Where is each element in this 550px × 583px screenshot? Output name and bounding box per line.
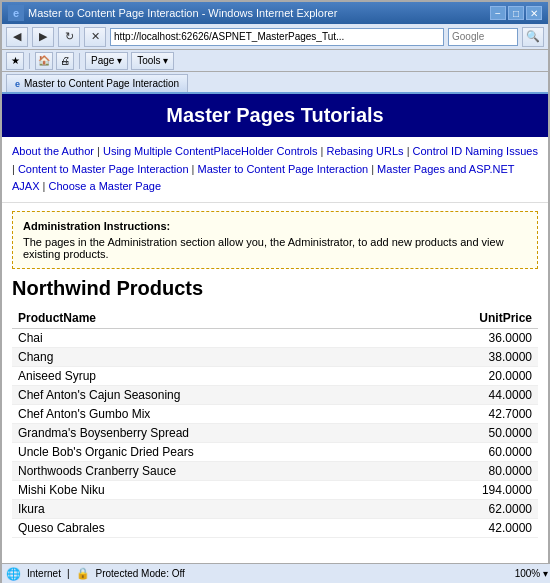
products-table: ProductName UnitPrice Chai36.0000Chang38… [12, 308, 538, 538]
product-price-cell: 60.0000 [403, 442, 538, 461]
product-name-cell: Chai [12, 328, 403, 347]
address-input[interactable] [110, 28, 444, 46]
nav-link-controlid[interactable]: Control ID Naming Issues [413, 145, 538, 157]
admin-instructions-box: Administration Instructions: The pages i… [12, 211, 538, 269]
product-name-cell: Chef Anton's Gumbo Mix [12, 404, 403, 423]
maximize-button[interactable]: □ [508, 6, 524, 20]
product-price-cell: 42.7000 [403, 404, 538, 423]
product-price-cell: 50.0000 [403, 423, 538, 442]
home-icon[interactable]: 🏠 [35, 52, 53, 70]
address-bar: ◀ ▶ ↻ ✕ 🔍 [2, 24, 548, 50]
lock-icon: 🔒 [76, 567, 90, 580]
product-price-cell: 36.0000 [403, 328, 538, 347]
nav-link-master-to-content[interactable]: Master to Content Page Interaction [198, 163, 369, 175]
product-name-cell: Queso Cabrales [12, 518, 403, 537]
print-icon[interactable]: 🖨 [56, 52, 74, 70]
title-bar-left: e Master to Content Page Interaction - W… [8, 5, 337, 21]
status-bar: 🌐 Internet | 🔒 Protected Mode: Off 100% … [2, 563, 550, 583]
nav-links: About the Author | Using Multiple Conten… [2, 137, 548, 203]
tab-label: Master to Content Page Interaction [24, 78, 179, 89]
product-name-cell: Grandma's Boysenberry Spread [12, 423, 403, 442]
tools-button[interactable]: Tools ▾ [131, 52, 174, 70]
tab-ie-icon: e [15, 79, 20, 89]
products-section-title: Northwind Products [12, 277, 538, 300]
main-tab[interactable]: e Master to Content Page Interaction [6, 74, 188, 92]
product-name-cell: Chef Anton's Cajun Seasoning [12, 385, 403, 404]
title-bar-controls: − □ ✕ [490, 6, 542, 20]
table-row: Mishi Kobe Niku194.0000 [12, 480, 538, 499]
table-row: Queso Cabrales42.0000 [12, 518, 538, 537]
product-name-cell: Mishi Kobe Niku [12, 480, 403, 499]
table-row: Chef Anton's Cajun Seasoning44.0000 [12, 385, 538, 404]
table-row: Chai36.0000 [12, 328, 538, 347]
separator: | [67, 568, 70, 579]
product-name-cell: Chang [12, 347, 403, 366]
admin-title: Administration Instructions: [23, 220, 527, 232]
table-row: Chef Anton's Gumbo Mix42.7000 [12, 404, 538, 423]
product-price-cell: 44.0000 [403, 385, 538, 404]
product-price-cell: 42.0000 [403, 518, 538, 537]
product-price-cell: 20.0000 [403, 366, 538, 385]
nav-link-choose-master[interactable]: Choose a Master Page [49, 180, 162, 192]
table-row: Aniseed Syrup20.0000 [12, 366, 538, 385]
favorites-icon[interactable]: ★ [6, 52, 24, 70]
content-area: Master Pages Tutorials About the Author … [2, 94, 548, 563]
zone-label: Internet [27, 568, 61, 579]
product-name-cell: Uncle Bob's Organic Dried Pears [12, 442, 403, 461]
product-price-cell: 80.0000 [403, 461, 538, 480]
product-name-cell: Ikura [12, 499, 403, 518]
product-price-cell: 194.0000 [403, 480, 538, 499]
table-row: Ikura62.0000 [12, 499, 538, 518]
separator-1 [29, 53, 30, 69]
refresh-button[interactable]: ↻ [58, 27, 80, 47]
stop-button[interactable]: ✕ [84, 27, 106, 47]
forward-button[interactable]: ▶ [32, 27, 54, 47]
admin-text: The pages in the Administration section … [23, 236, 527, 260]
globe-icon: 🌐 [6, 567, 21, 581]
ie-icon: e [8, 5, 24, 21]
col-header-name: ProductName [12, 308, 403, 329]
page-button[interactable]: Page ▾ [85, 52, 128, 70]
products-section: Northwind Products ProductName UnitPrice… [2, 277, 548, 548]
page-header: Master Pages Tutorials [2, 94, 548, 137]
search-input[interactable] [448, 28, 518, 46]
protected-mode-label: Protected Mode: Off [96, 568, 185, 579]
col-header-price: UnitPrice [403, 308, 538, 329]
nav-link-content-to-master[interactable]: Content to Master Page Interaction [18, 163, 189, 175]
minimize-button[interactable]: − [490, 6, 506, 20]
nav-link-rebasing[interactable]: Rebasing URLs [327, 145, 404, 157]
product-price-cell: 62.0000 [403, 499, 538, 518]
table-row: Chang38.0000 [12, 347, 538, 366]
tab-bar: e Master to Content Page Interaction [2, 72, 548, 94]
table-row: Northwoods Cranberry Sauce80.0000 [12, 461, 538, 480]
product-name-cell: Aniseed Syrup [12, 366, 403, 385]
separator-2 [79, 53, 80, 69]
product-price-cell: 38.0000 [403, 347, 538, 366]
product-name-cell: Northwoods Cranberry Sauce [12, 461, 403, 480]
zoom-level[interactable]: 100% ▾ [515, 568, 548, 579]
table-row: Uncle Bob's Organic Dried Pears60.0000 [12, 442, 538, 461]
toolbar: ★ 🏠 🖨 Page ▾ Tools ▾ [2, 50, 548, 72]
nav-link-author[interactable]: About the Author [12, 145, 94, 157]
nav-link-contentplaceholder[interactable]: Using Multiple ContentPlaceHolder Contro… [103, 145, 318, 157]
back-button[interactable]: ◀ [6, 27, 28, 47]
page-title: Master Pages Tutorials [12, 104, 538, 127]
table-row: Grandma's Boysenberry Spread50.0000 [12, 423, 538, 442]
title-bar: e Master to Content Page Interaction - W… [2, 2, 548, 24]
window-title: Master to Content Page Interaction - Win… [28, 7, 337, 19]
close-button[interactable]: ✕ [526, 6, 542, 20]
search-button[interactable]: 🔍 [522, 27, 544, 47]
